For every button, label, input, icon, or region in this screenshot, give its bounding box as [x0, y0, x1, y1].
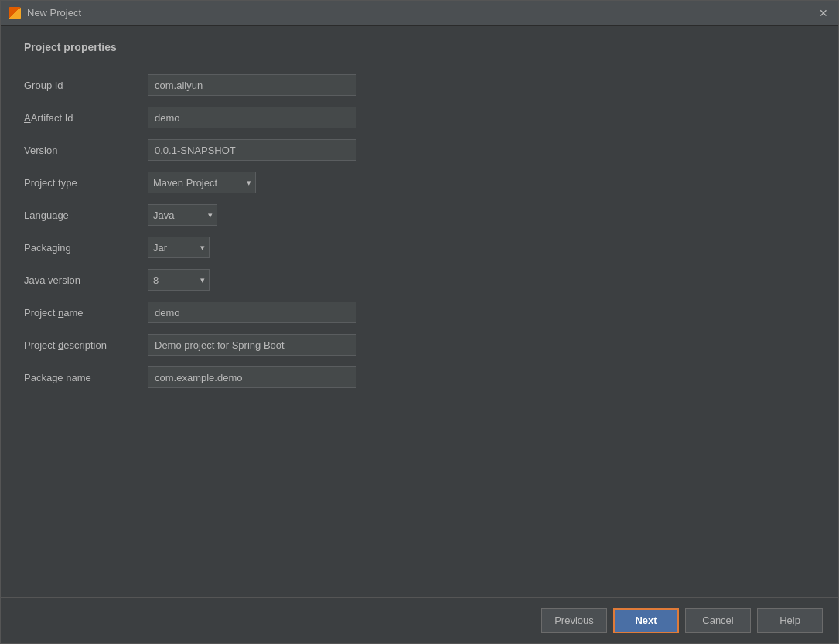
project-type-select-wrapper: Maven Project Gradle Project [148, 172, 256, 193]
project-description-input[interactable] [148, 334, 356, 356]
section-title: Project properties [24, 41, 815, 53]
project-type-wrapper: Maven Project Gradle Project [148, 166, 449, 199]
version-input[interactable] [148, 139, 356, 161]
cancel-button[interactable]: Cancel [685, 608, 751, 633]
dialog-content: Project properties Group Id AArtifact Id… [1, 26, 838, 597]
package-name-wrapper [148, 361, 449, 394]
language-wrapper: Java Kotlin Groovy [148, 199, 449, 231]
artifact-id-wrapper [148, 101, 449, 134]
language-select[interactable]: Java Kotlin Groovy [148, 204, 217, 226]
java-version-label: Java version [24, 264, 148, 296]
dialog-footer: Previous Next Cancel Help [1, 597, 838, 643]
package-name-label: Package name [24, 361, 148, 394]
title-bar-left: New Project [9, 7, 81, 19]
next-button[interactable]: Next [613, 608, 679, 633]
project-name-input[interactable] [148, 302, 356, 323]
title-bar: New Project ✕ [1, 1, 838, 26]
project-type-select[interactable]: Maven Project Gradle Project [148, 172, 256, 193]
language-label: Language [24, 199, 148, 231]
packaging-select-wrapper: Jar War [148, 237, 210, 258]
group-id-label: Group Id [24, 69, 148, 101]
window-title: New Project [27, 7, 81, 19]
package-name-input[interactable] [148, 366, 356, 388]
project-name-wrapper [148, 296, 449, 329]
new-project-dialog: New Project ✕ Project properties Group I… [0, 0, 839, 644]
packaging-wrapper: Jar War [148, 231, 449, 264]
previous-button[interactable]: Previous [541, 608, 607, 633]
group-id-input[interactable] [148, 74, 356, 96]
artifact-id-input[interactable] [148, 107, 356, 128]
project-type-label: Project type [24, 166, 148, 199]
project-name-label: Project name [24, 296, 148, 329]
project-description-label: Project description [24, 329, 148, 361]
app-icon [9, 7, 21, 19]
group-id-wrapper [148, 69, 449, 101]
project-properties-form: Group Id AArtifact Id Version Project ty… [24, 69, 449, 394]
close-button[interactable]: ✕ [817, 6, 830, 20]
help-button[interactable]: Help [757, 608, 823, 633]
version-wrapper [148, 134, 449, 166]
java-version-select-wrapper: 8 11 17 21 [148, 269, 210, 291]
language-select-wrapper: Java Kotlin Groovy [148, 204, 217, 226]
artifact-id-label: AArtifact Id [24, 101, 148, 134]
version-label: Version [24, 134, 148, 166]
java-version-wrapper: 8 11 17 21 [148, 264, 449, 296]
packaging-select[interactable]: Jar War [148, 237, 210, 258]
project-description-wrapper [148, 329, 449, 361]
packaging-label: Packaging [24, 231, 148, 264]
java-version-select[interactable]: 8 11 17 21 [148, 269, 210, 291]
